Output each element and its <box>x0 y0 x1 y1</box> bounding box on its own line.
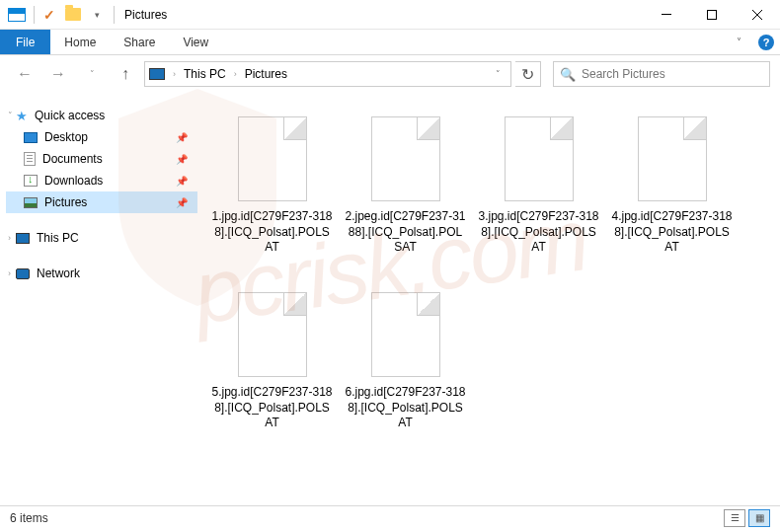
sidebar-item-label: Pictures <box>44 195 87 209</box>
location-icon <box>149 68 165 80</box>
ribbon-expand-icon[interactable]: ˅ <box>725 30 752 54</box>
back-button[interactable]: ← <box>10 60 39 88</box>
titlebar: ✓ ▾ Pictures <box>0 0 780 30</box>
app-icon <box>6 4 28 26</box>
file-name: 4.jpg.id[C279F237-3188].[ICQ_Polsat].POL… <box>609 209 735 256</box>
sidebar-item-documents[interactable]: Documents 📌 <box>6 148 197 170</box>
desktop-icon <box>24 132 38 143</box>
thumbnails-view-button[interactable]: ▦ <box>748 509 770 527</box>
tab-home[interactable]: Home <box>50 30 110 54</box>
maximize-button[interactable] <box>689 0 735 30</box>
file-item[interactable]: 3.jpg.id[C279F237-3188].[ICQ_Polsat].POL… <box>472 109 605 284</box>
file-item[interactable]: 4.jpg.id[C279F237-3188].[ICQ_Polsat].POL… <box>605 109 739 284</box>
file-icon <box>638 116 707 201</box>
qat-newfolder-icon[interactable] <box>62 4 84 26</box>
recent-dropdown[interactable]: ˅ <box>77 60 107 88</box>
crumb-thispc[interactable]: This PC <box>180 62 230 86</box>
file-name: 6.jpg.id[C279F237-3188].[ICQ_Polsat].POL… <box>343 385 468 431</box>
forward-button: → <box>43 60 73 88</box>
close-button[interactable] <box>735 0 780 30</box>
qat-dropdown-icon[interactable]: ▾ <box>86 4 108 26</box>
navigation-pane: ˅ ★ Quick access Desktop 📌 Documents 📌 D… <box>0 93 197 505</box>
refresh-button[interactable]: ↻ <box>515 61 541 87</box>
chevron-right-icon[interactable]: › <box>171 69 178 79</box>
file-item[interactable]: 6.jpg.id[C279F237-3188].[ICQ_Polsat].POL… <box>339 284 472 460</box>
svg-rect-0 <box>662 14 671 15</box>
pictures-icon <box>24 197 38 208</box>
pin-icon: 📌 <box>176 176 188 187</box>
file-icon <box>238 292 307 377</box>
pin-icon: 📌 <box>176 132 188 143</box>
file-name: 2.jpeg.id[C279F237-3188].[ICQ_Polsat].PO… <box>343 209 468 256</box>
expand-icon[interactable]: › <box>8 233 11 243</box>
window-title: Pictures <box>124 8 167 22</box>
up-button[interactable]: ↑ <box>111 60 140 88</box>
minimize-button[interactable] <box>644 0 689 30</box>
qat-properties-icon[interactable]: ✓ <box>39 4 60 26</box>
status-bar: 6 items ☰ ▦ <box>0 505 780 529</box>
ribbon: File Home Share View ˅ ? <box>0 30 780 55</box>
sidebar-thispc[interactable]: › This PC <box>6 227 197 249</box>
sidebar-label: Quick access <box>35 109 105 122</box>
search-icon: 🔍 <box>560 67 576 82</box>
file-icon <box>371 292 440 377</box>
file-name: 1.jpg.id[C279F237-3188].[ICQ_Polsat].POL… <box>209 209 335 256</box>
svg-rect-1 <box>708 10 717 19</box>
file-icon <box>505 116 574 201</box>
pin-icon: 📌 <box>176 197 188 208</box>
crumb-pictures[interactable]: Pictures <box>241 62 291 86</box>
sidebar-item-label: Desktop <box>44 130 88 144</box>
address-dropdown-icon[interactable]: ˅ <box>490 69 507 79</box>
search-input[interactable] <box>582 67 763 81</box>
file-icon <box>238 116 307 201</box>
item-count: 6 items <box>10 511 48 525</box>
file-name: 5.jpg.id[C279F237-3188].[ICQ_Polsat].POL… <box>209 385 335 431</box>
sidebar-item-label: Documents <box>42 152 103 166</box>
sidebar-label: This PC <box>37 231 79 245</box>
sidebar-item-desktop[interactable]: Desktop 📌 <box>6 126 197 148</box>
star-icon: ★ <box>16 109 28 123</box>
breadcrumb[interactable]: › This PC › Pictures ˅ <box>144 61 511 87</box>
file-name: 3.jpg.id[C279F237-3188].[ICQ_Polsat].POL… <box>476 209 601 256</box>
file-item[interactable]: 1.jpg.id[C279F237-3188].[ICQ_Polsat].POL… <box>205 109 339 284</box>
details-view-button[interactable]: ☰ <box>724 509 745 527</box>
address-bar: ← → ˅ ↑ › This PC › Pictures ˅ ↻ 🔍 <box>0 55 780 93</box>
sidebar-item-downloads[interactable]: Downloads 📌 <box>6 170 197 191</box>
tab-view[interactable]: View <box>169 30 222 54</box>
sidebar-item-label: Downloads <box>44 174 103 188</box>
sidebar-quickaccess[interactable]: ˅ ★ Quick access <box>6 105 197 126</box>
search-box[interactable]: 🔍 <box>553 61 770 87</box>
help-button[interactable]: ? <box>752 30 780 54</box>
file-list[interactable]: 1.jpg.id[C279F237-3188].[ICQ_Polsat].POL… <box>197 93 780 505</box>
file-item[interactable]: 2.jpeg.id[C279F237-3188].[ICQ_Polsat].PO… <box>339 109 472 284</box>
download-icon <box>24 175 38 187</box>
chevron-right-icon[interactable]: › <box>232 69 239 79</box>
file-item[interactable]: 5.jpg.id[C279F237-3188].[ICQ_Polsat].POL… <box>205 284 339 460</box>
pc-icon <box>16 233 30 244</box>
network-icon <box>16 268 30 279</box>
pin-icon: 📌 <box>176 154 188 165</box>
expand-icon[interactable]: ˅ <box>8 111 13 120</box>
sidebar-label: Network <box>37 266 80 280</box>
file-icon <box>371 116 440 201</box>
expand-icon[interactable]: › <box>8 268 11 278</box>
document-icon <box>24 152 36 166</box>
sidebar-item-pictures[interactable]: Pictures 📌 <box>6 191 197 213</box>
tab-share[interactable]: Share <box>110 30 169 54</box>
file-tab[interactable]: File <box>0 30 50 54</box>
sidebar-network[interactable]: › Network <box>6 263 197 284</box>
